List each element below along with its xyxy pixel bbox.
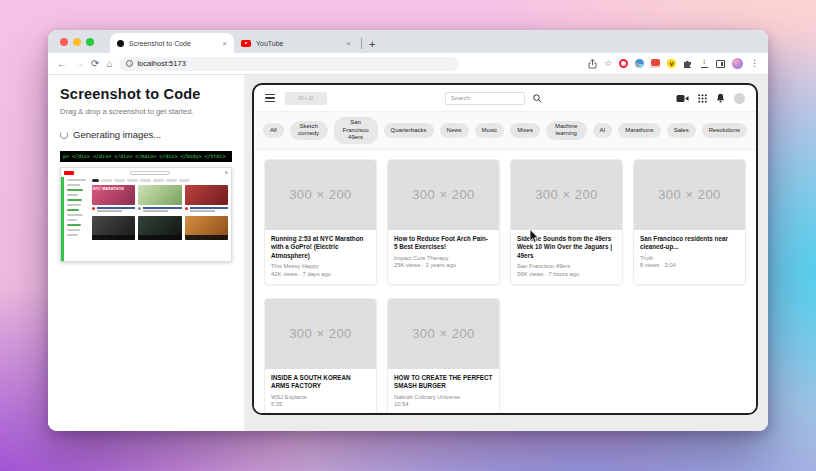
mini-thumbnails: NYC MARATHON (92, 185, 228, 205)
home-icon[interactable]: ⌂ (106, 59, 112, 69)
search-area (445, 92, 542, 105)
reload-icon[interactable]: ⟳ (91, 59, 99, 69)
chip-music[interactable]: Music (475, 123, 505, 139)
mini-avatar (225, 171, 228, 174)
chip-marathons[interactable]: Marathons (618, 123, 660, 139)
image-placeholder: 300 × 200 (634, 160, 745, 230)
chip-sales[interactable]: Sales (667, 123, 696, 139)
mini-body: NYC MARATHON (61, 177, 231, 262)
generated-header: 90 x 20 (254, 85, 756, 112)
video-title: Running 2:53 at NYC Marathon with a GoPr… (271, 235, 370, 261)
tab-title: Screenshot to Code (129, 40, 217, 47)
user-avatar[interactable] (734, 93, 745, 104)
app-sidebar: Screenshot to Code Drag & drop a screens… (48, 75, 244, 431)
tab-screenshot-to-code[interactable]: Screenshot to Code × (110, 33, 234, 53)
video-channel: San Francisco 49ers (517, 263, 616, 269)
extension-red-icon[interactable] (651, 59, 660, 68)
extension-v-icon[interactable]: V (667, 59, 676, 68)
back-icon[interactable]: ← (57, 59, 67, 69)
tab-youtube[interactable]: YouTube × (234, 33, 358, 53)
video-channel: This Messy Happy (271, 263, 370, 269)
loading-spinner-icon (60, 131, 68, 139)
search-input[interactable] (445, 92, 525, 105)
page-content: Screenshot to Code Drag & drop a screens… (48, 75, 768, 431)
image-placeholder: 300 × 200 (265, 299, 376, 369)
chip-machine-learning[interactable]: Machine learning (546, 121, 587, 140)
toolbar-right-icons: ☆ V ⋮ (588, 58, 759, 69)
extension-color-icon[interactable] (635, 59, 644, 68)
image-placeholder: 300 × 200 (265, 160, 376, 230)
chip-all[interactable]: All (263, 123, 284, 139)
site-info-icon[interactable]: i (126, 60, 133, 67)
extensions-puzzle-icon[interactable] (683, 59, 693, 69)
browser-toolbar: ← → ⟳ ⌂ i localhost:5173 ☆ V ⋮ (48, 53, 768, 75)
code-stream: p> </div> </div> </div> </main> </div> <… (60, 151, 232, 162)
video-title: HOW TO CREATE THE PERFECT SMASH BURGER (394, 374, 493, 391)
video-card[interactable]: 300 × 200 HOW TO CREATE THE PERFECT SMAS… (387, 298, 500, 416)
mini-main: NYC MARATHON (89, 177, 231, 262)
share-icon[interactable] (588, 59, 597, 69)
tab-separator (361, 38, 362, 49)
header-icons (676, 93, 745, 104)
generating-status: Generating images... (60, 129, 232, 140)
browser-window: Screenshot to Code × YouTube × + ← → ⟳ ⌂… (48, 30, 768, 431)
close-tab-icon[interactable]: × (346, 39, 351, 48)
video-card[interactable]: 300 × 200 INSIDE A SOUTH KOREAN ARMS FAC… (264, 298, 377, 416)
video-channel: Truth (640, 255, 739, 261)
video-meta: 8 views · 3:04 (640, 262, 739, 268)
maximize-window-button[interactable] (86, 38, 94, 46)
video-title: Sideline Sounds from the 49ers Week 10 W… (517, 235, 616, 261)
chip-san-francisco-49ers[interactable]: San Francisco 49ers (334, 117, 378, 144)
chip-resolutions[interactable]: Resolutions (702, 123, 747, 139)
video-card[interactable]: 300 × 200 Sideline Sounds from the 49ers… (510, 159, 623, 285)
chip-quarterbacks[interactable]: Quarterbacks (384, 123, 434, 139)
video-meta: 10:54 (394, 401, 493, 407)
video-card[interactable]: 300 × 200 How to Reduce Foot Arch Pain- … (387, 159, 500, 285)
new-tab-button[interactable]: + (369, 38, 375, 50)
browser-menu-icon[interactable]: ⋮ (750, 59, 759, 68)
category-chips: All Sketch comedy San Francisco 49ers Qu… (254, 112, 756, 150)
logo-placeholder: 90 x 20 (285, 92, 327, 105)
mini-youtube-logo (64, 171, 74, 175)
minimize-window-button[interactable] (73, 38, 81, 46)
generated-ui-preview: 90 x 20 All Sketch comedy (252, 83, 758, 415)
image-placeholder: 300 × 200 (511, 160, 622, 230)
create-video-icon[interactable] (676, 94, 689, 103)
mini-sidebar (64, 177, 89, 262)
video-title: INSIDE A SOUTH KOREAN ARMS FACTORY (271, 374, 370, 391)
mini-search-bar (130, 171, 170, 175)
address-bar[interactable]: i localhost:5173 (119, 57, 459, 71)
tab-strip: Screenshot to Code × YouTube × + (48, 30, 768, 53)
page-subtitle: Drag & drop a screenshot to get started. (60, 107, 232, 116)
window-controls (60, 30, 94, 53)
image-placeholder: 300 × 200 (388, 299, 499, 369)
video-meta: 5:35 (271, 401, 370, 407)
apps-grid-icon[interactable] (698, 94, 707, 103)
video-card[interactable]: 300 × 200 San Francisco residents near c… (633, 159, 746, 285)
video-title: San Francisco residents near cleaned-up.… (640, 235, 739, 252)
browser-profile-avatar[interactable] (732, 58, 743, 69)
bookmark-star-icon[interactable]: ☆ (604, 59, 612, 68)
uploaded-screenshot-thumbnail[interactable]: NYC MARATHON (60, 167, 232, 262)
search-icon[interactable] (533, 94, 542, 103)
chip-mixes[interactable]: Mixes (510, 123, 540, 139)
video-grid: 300 × 200 Running 2:53 at NYC Marathon w… (254, 150, 756, 416)
chip-ai[interactable]: AI (593, 123, 613, 139)
video-meta: 42K views · 7 days ago (271, 271, 370, 277)
chip-news[interactable]: News (440, 123, 469, 139)
notifications-bell-icon[interactable] (716, 93, 725, 103)
close-tab-icon[interactable]: × (222, 39, 227, 48)
chip-sketch-comedy[interactable]: Sketch comedy (290, 121, 328, 140)
tab-title: YouTube (256, 40, 341, 47)
youtube-favicon (241, 40, 251, 47)
extension-opera-icon[interactable] (619, 59, 628, 68)
sidebar-toggle-icon[interactable] (716, 60, 725, 68)
video-meta: 25K views · 2 years ago (394, 262, 493, 268)
mini-banner-text: NYC MARATHON (93, 187, 124, 191)
preview-panel: 90 x 20 All Sketch comedy (244, 75, 768, 431)
video-card[interactable]: 300 × 200 Running 2:53 at NYC Marathon w… (264, 159, 377, 285)
forward-icon[interactable]: → (74, 59, 84, 69)
downloads-icon[interactable] (700, 59, 709, 68)
close-window-button[interactable] (60, 38, 68, 46)
menu-hamburger-icon[interactable] (265, 94, 275, 102)
